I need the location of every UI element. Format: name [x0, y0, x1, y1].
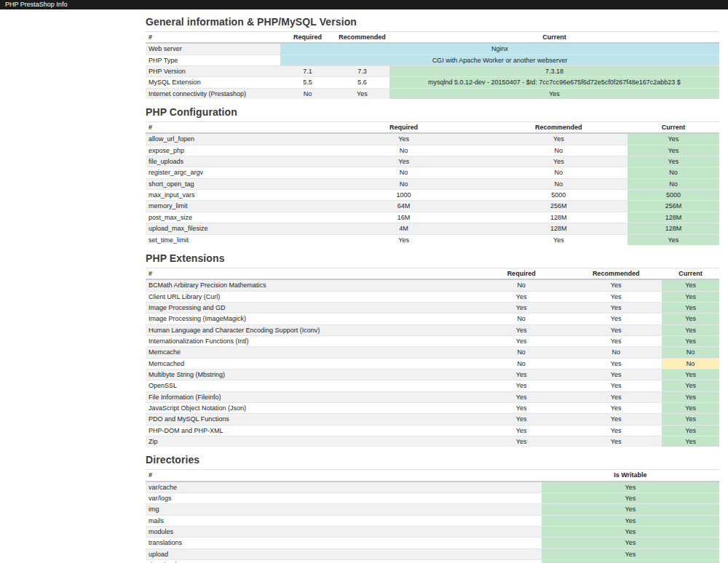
table-cell: translations [146, 538, 542, 548]
column-header: Recommended [490, 122, 628, 134]
table-cell: Yes [570, 391, 662, 402]
general-info-table: #RequiredRecommendedCurrentWeb serverNgi… [146, 31, 719, 99]
table-cell: Web server [146, 43, 280, 55]
table-cell: Internet connectivity (Prestashop) [146, 88, 280, 99]
table-cell: upload [146, 548, 542, 559]
table-cell: No [472, 279, 570, 291]
table-cell: mysqlnd 5.0.12-dev - 20150407 - $Id: 7cc… [389, 77, 719, 88]
table-row: allow_url_fopenYesYesYes [146, 133, 719, 145]
table-row: short_open_tagNoNoNo [146, 178, 719, 189]
table-row: ZipYesYesYes [146, 436, 719, 447]
table-cell: 64M [317, 201, 489, 212]
table-cell: Yes [570, 358, 662, 369]
table-row: post_max_size16M128M128M [146, 212, 719, 223]
table-cell: Client URL Library (Curl) [146, 291, 472, 302]
table-row: Internationalization Functions (Intl)Yes… [146, 335, 719, 346]
table-cell: Human Language and Character Encoding Su… [146, 324, 472, 335]
table-cell: No [472, 358, 570, 369]
table-cell: Yes [628, 234, 719, 245]
table-row: set_time_limitYesYesYes [146, 234, 719, 245]
table-cell: img [146, 504, 542, 515]
column-header: # [146, 122, 317, 134]
table-cell: Yes [472, 324, 570, 335]
section-title-directories: Directories [146, 454, 719, 466]
table-cell: short_open_tag [146, 178, 317, 189]
table-cell: 7.3 [335, 66, 389, 77]
table-row: uploadYes [146, 548, 719, 559]
column-header: Current [389, 32, 719, 44]
table-row: memory_limit64M256M256M [146, 201, 719, 212]
table-row: PHP TypeCGI with Apache Worker or anothe… [146, 55, 719, 65]
column-header: Recommended [335, 32, 389, 44]
table-row: Image Processing and GDYesYesYes [146, 302, 719, 313]
table-cell: 4M [317, 223, 489, 234]
table-cell: max_input_vars [146, 190, 317, 201]
table-row: mailsYes [146, 515, 719, 526]
table-cell: Image Processing (ImageMagick) [146, 314, 472, 324]
section-php-configuration: PHP Configuration #RequiredRecommendedCu… [146, 106, 719, 245]
table-cell: Yes [628, 156, 719, 167]
table-cell: MySQL Extension [146, 77, 280, 88]
table-cell: allow_url_fopen [146, 133, 317, 145]
table-header-row: #RequiredRecommendedCurrent [146, 32, 719, 44]
column-header: # [146, 268, 472, 279]
table-cell: 1000 [317, 190, 489, 201]
table-cell: Yes [335, 88, 389, 99]
table-row: PDO and MySQL FunctionsYesYesYes [146, 414, 719, 425]
table-cell: PHP Type [146, 55, 280, 65]
column-header: Recommended [570, 268, 662, 279]
table-cell: Yes [662, 314, 719, 324]
table-cell: 5000 [628, 190, 719, 201]
table-row: OpenSSLYesYesYes [146, 380, 719, 391]
table-row: Client URL Library (Curl)YesYesYes [146, 291, 719, 302]
table-cell: Yes [317, 133, 489, 145]
table-cell: register_argc_argv [146, 167, 317, 178]
table-row: var/cacheYes [146, 482, 719, 493]
table-cell: 128M [490, 212, 628, 223]
section-general-info: General information & PHP/MySQL Version … [146, 16, 719, 99]
table-cell: BCMath Arbitrary Precision Mathematics [146, 279, 472, 291]
column-header: Current [628, 122, 719, 134]
php-extensions-table: #RequiredRecommendedCurrentBCMath Arbitr… [146, 268, 719, 447]
table-cell: set_time_limit [146, 234, 317, 245]
table-row: modulesYes [146, 527, 719, 538]
table-cell: No [472, 347, 570, 358]
table-cell: Yes [472, 335, 570, 346]
table-cell: Nginx [280, 43, 719, 55]
table-cell: 256M [490, 201, 628, 212]
titlebar: PHP PrestaShop Info [0, 0, 728, 9]
table-cell: 128M [628, 212, 719, 223]
table-row: Human Language and Character Encoding Su… [146, 324, 719, 335]
table-cell: No [490, 178, 628, 189]
table-cell: Yes [472, 436, 570, 447]
table-row: Multibyte String (Mbstring)YesYesYes [146, 369, 719, 380]
table-cell: No [317, 145, 489, 156]
table-cell: Yes [662, 369, 719, 380]
table-cell: file_uploads [146, 156, 317, 167]
table-cell: Yes [662, 335, 719, 346]
table-cell: Yes [472, 380, 570, 391]
table-row: Internet connectivity (Prestashop)NoYesY… [146, 88, 719, 99]
table-cell: Yes [570, 380, 662, 391]
table-cell: Image Processing and GD [146, 302, 472, 313]
table-cell: Yes [542, 504, 719, 515]
table-cell: post_max_size [146, 212, 317, 223]
table-row: File Information (Fileinfo)YesYesYes [146, 391, 719, 402]
table-cell: No [570, 347, 662, 358]
table-cell: 7.3.18 [389, 66, 719, 77]
table-cell: No [490, 145, 628, 156]
table-cell: var/cache [146, 482, 542, 493]
table-cell: Yes [472, 425, 570, 436]
table-row: Web serverNginx [146, 43, 719, 55]
table-cell: 5.5 [280, 77, 335, 88]
table-cell: Yes [389, 88, 719, 99]
php-configuration-table: #RequiredRecommendedCurrentallow_url_fop… [146, 121, 719, 245]
table-cell: Yes [490, 156, 628, 167]
table-cell: var/logs [146, 493, 542, 504]
table-cell: Yes [628, 145, 719, 156]
table-cell: modules [146, 527, 542, 538]
table-cell: Yes [570, 436, 662, 447]
table-cell: PHP-DOM and PHP-XML [146, 425, 472, 436]
table-row: PHP-DOM and PHP-XMLYesYesYes [146, 425, 719, 436]
table-cell: expose_php [146, 145, 317, 156]
